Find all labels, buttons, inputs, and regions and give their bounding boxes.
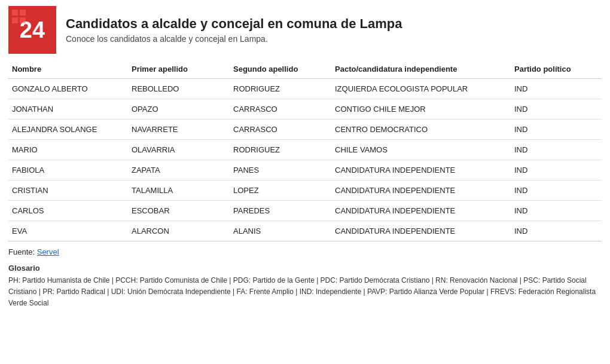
- cell-pacto: CANDIDATURA INDEPENDIENTE: [331, 181, 511, 201]
- cell-nombre: MARIO: [8, 140, 128, 160]
- cell-nombre: FABIOLA: [8, 160, 128, 181]
- cell-segundo: CARRASCO: [230, 99, 331, 120]
- glossary-title: Glosario: [8, 264, 40, 273]
- candidates-table-container: Nombre Primer apellido Segundo apellido …: [0, 60, 610, 241]
- table-row: JONATHANOPAZOCARRASCOCONTIGO CHILE MEJOR…: [8, 99, 602, 120]
- cell-partido: IND: [511, 181, 602, 201]
- cell-nombre: CRISTIAN: [8, 181, 128, 201]
- cell-segundo: CARRASCO: [230, 120, 331, 140]
- cell-primer: REBOLLEDO: [128, 79, 230, 99]
- cell-pacto: CANDIDATURA INDEPENDIENTE: [331, 160, 511, 181]
- cell-partido: IND: [511, 120, 602, 140]
- table-row: CRISTIANTALAMILLALOPEZCANDIDATURA INDEPE…: [8, 181, 602, 201]
- cell-nombre: GONZALO ALBERTO: [8, 79, 128, 99]
- cell-pacto: IZQUIERDA ECOLOGISTA POPULAR: [331, 79, 511, 99]
- table-row: GONZALO ALBERTOREBOLLEDORODRIGUEZIZQUIER…: [8, 79, 602, 99]
- table-header-row: Nombre Primer apellido Segundo apellido …: [8, 60, 602, 79]
- cell-segundo: RODRIGUEZ: [230, 140, 331, 160]
- glossary-block: Glosario PH: Partido Humanista de Chile …: [8, 262, 602, 309]
- cell-segundo: PAREDES: [230, 201, 331, 221]
- cell-partido: IND: [511, 99, 602, 120]
- page-footer: Fuente: Servel Glosario PH: Partido Huma…: [0, 241, 610, 311]
- header-text-block: Candidatos a alcalde y concejal en comun…: [66, 16, 402, 44]
- table-row: ALEJANDRA SOLANGENAVARRETECARRASCOCENTRO…: [8, 120, 602, 140]
- cell-partido: IND: [511, 201, 602, 221]
- cell-primer: ALARCON: [128, 221, 230, 241]
- col-partido: Partido político: [511, 60, 602, 79]
- cell-primer: ESCOBAR: [128, 201, 230, 221]
- table-row: FABIOLAZAPATAPANESCANDIDATURA INDEPENDIE…: [8, 160, 602, 181]
- source-link[interactable]: Servel: [37, 247, 59, 256]
- cell-nombre: EVA: [8, 221, 128, 241]
- page-header: 24 Candidatos a alcalde y concejal en co…: [0, 0, 610, 60]
- table-row: MARIOOLAVARRIARODRIGUEZCHILE VAMOSIND: [8, 140, 602, 160]
- cell-pacto: CONTIGO CHILE MEJOR: [331, 99, 511, 120]
- cell-partido: IND: [511, 221, 602, 241]
- cell-nombre: CARLOS: [8, 201, 128, 221]
- col-nombre: Nombre: [8, 60, 128, 79]
- cell-nombre: JONATHAN: [8, 99, 128, 120]
- cell-segundo: RODRIGUEZ: [230, 79, 331, 99]
- cell-partido: IND: [511, 79, 602, 99]
- cell-primer: OLAVARRIA: [128, 140, 230, 160]
- logo-decoration: [12, 10, 26, 23]
- cell-partido: IND: [511, 160, 602, 181]
- cell-segundo: PANES: [230, 160, 331, 181]
- cell-segundo: LOPEZ: [230, 181, 331, 201]
- cell-partido: IND: [511, 140, 602, 160]
- glossary-content: PH: Partido Humanista de Chile | PCCH: P…: [8, 276, 596, 307]
- source-label: Fuente:: [8, 247, 35, 256]
- page-title: Candidatos a alcalde y concejal en comun…: [66, 16, 402, 32]
- table-row: EVAALARCONALANISCANDIDATURA INDEPENDIENT…: [8, 221, 602, 241]
- col-segundo: Segundo apellido: [230, 60, 331, 79]
- cell-pacto: CHILE VAMOS: [331, 140, 511, 160]
- table-header: Nombre Primer apellido Segundo apellido …: [8, 60, 602, 79]
- col-pacto: Pacto/candidatura independiente: [331, 60, 511, 79]
- candidates-table: Nombre Primer apellido Segundo apellido …: [8, 60, 602, 241]
- source-line: Fuente: Servel: [8, 247, 602, 256]
- col-primer: Primer apellido: [128, 60, 230, 79]
- table-body: GONZALO ALBERTOREBOLLEDORODRIGUEZIZQUIER…: [8, 79, 602, 241]
- cell-primer: ZAPATA: [128, 160, 230, 181]
- cell-primer: NAVARRETE: [128, 120, 230, 140]
- page-subtitle: Conoce los candidatos a alcalde y concej…: [66, 34, 402, 44]
- cell-nombre: ALEJANDRA SOLANGE: [8, 120, 128, 140]
- logo-box: 24: [8, 6, 56, 54]
- cell-segundo: ALANIS: [230, 221, 331, 241]
- cell-pacto: CENTRO DEMOCRATICO: [331, 120, 511, 140]
- cell-primer: TALAMILLA: [128, 181, 230, 201]
- cell-primer: OPAZO: [128, 99, 230, 120]
- cell-pacto: CANDIDATURA INDEPENDIENTE: [331, 221, 511, 241]
- cell-pacto: CANDIDATURA INDEPENDIENTE: [331, 201, 511, 221]
- table-row: CARLOSESCOBARPAREDESCANDIDATURA INDEPEND…: [8, 201, 602, 221]
